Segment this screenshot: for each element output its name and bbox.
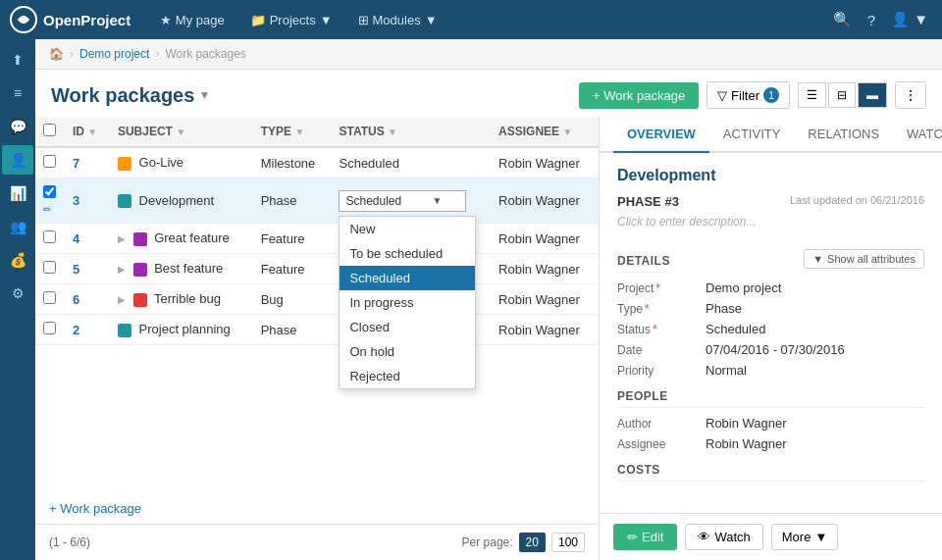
- row-id[interactable]: 4: [65, 224, 110, 254]
- detail-fields: Project * Demo project Type * Phase: [617, 280, 924, 378]
- row-status: Scheduled: [331, 147, 491, 178]
- field-label-type: Type *: [617, 301, 706, 316]
- field-value-type: Phase: [706, 301, 742, 316]
- detail-field-date: Date 07/04/2016 - 07/30/2016: [617, 342, 924, 357]
- help-icon[interactable]: ?: [864, 8, 879, 32]
- required-asterisk: *: [655, 281, 660, 295]
- my-page-nav[interactable]: ★ My page: [150, 9, 234, 31]
- row-id[interactable]: 5: [65, 254, 110, 284]
- tab-relations-label: RELATIONS: [808, 127, 879, 141]
- table-row: 6 ▶ Terrible bug Bug Robin Wagner: [35, 284, 599, 315]
- tab-activity[interactable]: ACTIVITY: [709, 117, 795, 153]
- more-dots-icon: ⋮: [904, 87, 917, 103]
- dropdown-item-in-progress[interactable]: In progress: [340, 290, 475, 315]
- table-area: ID ▼ SUBJECT ▼ TYPE ▼ STATUS ▼ ASSIGNEE …: [35, 117, 600, 560]
- row-id[interactable]: 3: [65, 178, 110, 224]
- add-work-package-row[interactable]: + Work package: [35, 493, 599, 524]
- field-value-author: Robin Wagner: [706, 416, 787, 431]
- view-list-button[interactable]: ☰: [798, 82, 826, 108]
- sidebar-settings-icon[interactable]: ⚙: [2, 279, 33, 308]
- detail-field-author: Author Robin Wagner: [617, 416, 924, 431]
- wp-table-element: ID ▼ SUBJECT ▼ TYPE ▼ STATUS ▼ ASSIGNEE …: [35, 117, 599, 345]
- row-id[interactable]: 6: [65, 284, 110, 315]
- detail-phase-label: PHASE #3: [617, 194, 679, 209]
- show-all-attributes-button[interactable]: ▼ Show all attributes: [804, 249, 924, 269]
- status-dropdown-trigger[interactable]: Scheduled ▼: [339, 190, 466, 212]
- filter-button[interactable]: ▽ Filter 1: [706, 81, 790, 109]
- modules-nav[interactable]: ⊞ Modules ▼: [348, 9, 447, 31]
- view-split-button[interactable]: ⊟: [828, 82, 856, 108]
- search-icon[interactable]: 🔍: [829, 7, 856, 32]
- sidebar-news-icon[interactable]: 💬: [2, 112, 33, 141]
- row-check-cell: [35, 284, 65, 315]
- table-row: 7 Go-Live Milestone Scheduled Robin Wagn…: [35, 147, 599, 178]
- sidebar-activity-icon[interactable]: ≡: [2, 78, 33, 108]
- more-dropdown-button[interactable]: More ▼: [771, 524, 839, 550]
- edit-label: Edit: [642, 530, 663, 544]
- more-actions-button[interactable]: ⋮: [895, 81, 926, 109]
- row-checkbox[interactable]: [43, 322, 56, 334]
- row-id[interactable]: 2: [65, 315, 110, 345]
- split-view: ID ▼ SUBJECT ▼ TYPE ▼ STATUS ▼ ASSIGNEE …: [35, 117, 942, 560]
- type-phase-icon: [118, 194, 131, 208]
- app-logo[interactable]: OpenProject: [10, 6, 131, 33]
- row-checkbox[interactable]: [43, 291, 56, 304]
- sidebar-workpackages-icon[interactable]: 👤: [2, 145, 33, 175]
- edit-button[interactable]: ✏ Edit: [613, 524, 677, 550]
- watch-button[interactable]: 👁 Watch: [685, 524, 762, 550]
- field-label-author: Author: [617, 416, 706, 431]
- row-checkbox[interactable]: [43, 155, 56, 168]
- detail-footer: ✏ Edit 👁 Watch More ▼: [600, 513, 942, 560]
- page-title-dropdown-icon[interactable]: ▼: [198, 88, 210, 102]
- breadcrumb-section: Work packages: [165, 47, 245, 61]
- dropdown-item-closed[interactable]: Closed: [340, 315, 475, 339]
- select-all-checkbox[interactable]: [43, 124, 56, 136]
- row-id[interactable]: 7: [65, 147, 110, 178]
- row-checkbox[interactable]: [43, 261, 56, 274]
- dropdown-item-to-be-scheduled[interactable]: To be scheduled: [340, 241, 475, 266]
- row-subject: Go-Live: [110, 147, 253, 178]
- th-assignee[interactable]: ASSIGNEE ▼: [491, 117, 599, 147]
- filter-badge: 1: [763, 87, 779, 103]
- th-id[interactable]: ID ▼: [65, 117, 110, 147]
- row-type: Milestone: [253, 147, 332, 178]
- breadcrumb-project[interactable]: Demo project: [79, 47, 149, 61]
- sidebar-timeline-icon[interactable]: 📊: [2, 178, 33, 208]
- eye-icon: 👁: [698, 530, 710, 544]
- field-label-priority: Priority: [617, 363, 706, 378]
- tab-relations[interactable]: RELATIONS: [794, 117, 893, 153]
- user-icon[interactable]: 👤 ▼: [887, 7, 932, 32]
- projects-arrow-icon: ▼: [320, 13, 333, 27]
- modules-label: Modules: [373, 13, 421, 27]
- row-check-cell: [35, 315, 65, 345]
- row-checkbox[interactable]: [43, 230, 56, 243]
- th-status[interactable]: STATUS ▼: [331, 117, 491, 147]
- row-assignee: Robin Wagner: [491, 224, 599, 254]
- detail-description[interactable]: Click to enter description...: [617, 215, 924, 229]
- sidebar-home-icon[interactable]: ⬆: [2, 45, 33, 75]
- field-label-status: Status *: [617, 322, 706, 336]
- dropdown-item-new[interactable]: New: [340, 217, 475, 241]
- detail-field-assignee: Assignee Robin Wagner: [617, 436, 924, 451]
- sidebar-members-icon[interactable]: 👥: [2, 212, 33, 241]
- breadcrumb-home-icon[interactable]: 🏠: [49, 47, 64, 61]
- tab-overview[interactable]: OVERVIEW: [613, 117, 709, 153]
- row-checkbox[interactable]: [43, 185, 56, 198]
- th-type[interactable]: TYPE ▼: [253, 117, 332, 147]
- view-card-button[interactable]: ▬: [858, 82, 887, 108]
- dropdown-item-scheduled[interactable]: Scheduled: [340, 266, 475, 290]
- dropdown-item-on-hold[interactable]: On hold: [340, 339, 475, 364]
- th-subject[interactable]: SUBJECT ▼: [110, 117, 253, 147]
- right-panel: OVERVIEW ACTIVITY RELATIONS WATCHERS Dev…: [600, 117, 942, 560]
- detail-wp-title: Development: [617, 167, 924, 184]
- add-work-package-button[interactable]: + Work package: [579, 82, 699, 109]
- tab-activity-label: ACTIVITY: [723, 127, 781, 141]
- projects-nav[interactable]: 📁 Projects ▼: [240, 9, 342, 31]
- show-all-arrow-icon: ▼: [812, 253, 823, 265]
- perpage-20-button[interactable]: 20: [519, 533, 546, 552]
- tab-watchers[interactable]: WATCHERS: [893, 117, 942, 153]
- type-sort-icon: ▼: [294, 127, 304, 137]
- perpage-100-button[interactable]: 100: [551, 533, 585, 552]
- dropdown-item-rejected[interactable]: Rejected: [340, 364, 475, 388]
- sidebar-budgets-icon[interactable]: 💰: [2, 245, 33, 275]
